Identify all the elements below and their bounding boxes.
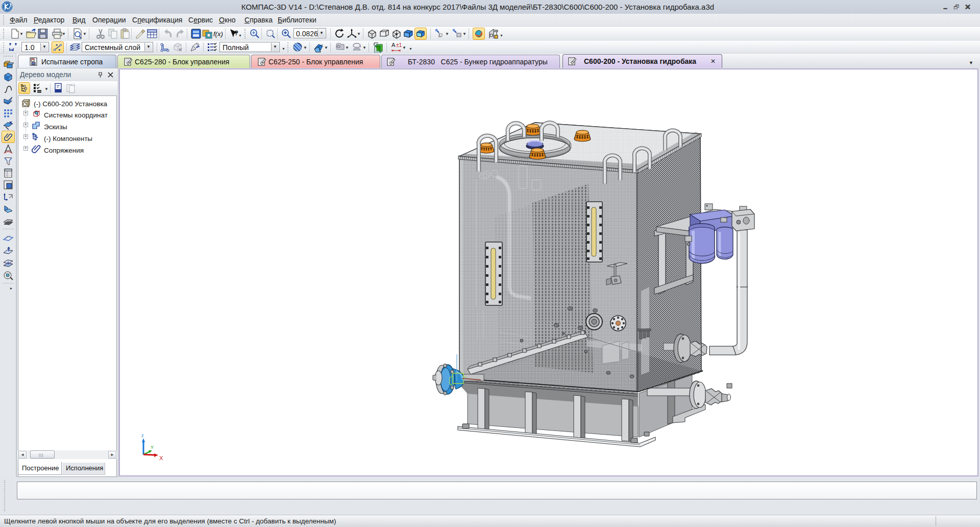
- svg-text:A: A: [391, 42, 396, 48]
- svg-text:z: z: [141, 433, 144, 438]
- svg-text:?: ?: [234, 29, 238, 37]
- svg-text:±1: ±1: [396, 42, 402, 48]
- svg-text:f(x): f(x): [213, 30, 223, 38]
- svg-text:Y: Y: [151, 445, 154, 450]
- svg-text:X: X: [159, 455, 163, 461]
